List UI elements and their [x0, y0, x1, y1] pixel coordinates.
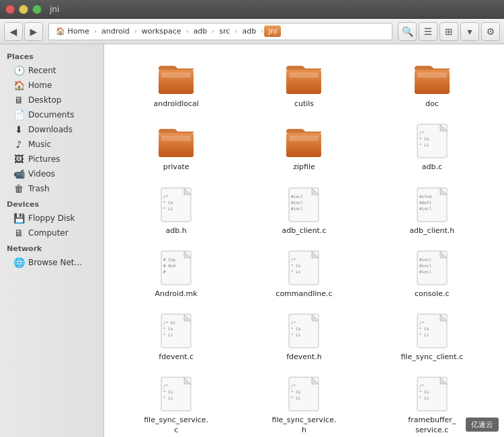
file-item-androidlocal[interactable]: androidlocal — [114, 54, 239, 114]
minimize-button[interactable] — [19, 5, 28, 14]
code-icon: /** Co* Li — [413, 312, 451, 350]
file-item-private[interactable]: private — [114, 117, 239, 177]
file-item-adb-c[interactable]: /** Co* Liadb.c — [370, 117, 495, 177]
svg-text:#incl: #incl — [291, 200, 303, 205]
sidebar-network: 🌐Browse Net... — [0, 255, 103, 270]
svg-text:* Li: * Li — [419, 142, 429, 147]
sidebar-item-browse-net[interactable]: 🌐Browse Net... — [3, 255, 101, 270]
music-icon: ♪ — [13, 139, 24, 150]
sidebar-places: 🕐Recent🏠Home🖥Desktop📄Documents⬇Downloads… — [0, 63, 103, 196]
svg-text:#: # — [163, 269, 166, 274]
close-button[interactable] — [5, 5, 15, 14]
file-label: fdevent.h — [286, 352, 322, 362]
file-item-file-sync-service-c[interactable]: /** Co* Lifile_sync_service.c — [114, 370, 239, 437]
svg-text:* Li: * Li — [291, 269, 301, 274]
file-item-fdevent-c[interactable]: /* ht* Co* Lifdevent.c — [114, 307, 239, 367]
sidebar-item-videos[interactable]: 📹Videos — [3, 166, 101, 181]
file-item-file-sync-service-h[interactable]: /** Co* Lifile_sync_service.h — [241, 370, 366, 437]
breadcrumb-item-android[interactable]: android — [97, 26, 134, 37]
settings-button[interactable]: ⚙ — [481, 22, 500, 41]
sidebar-item-music[interactable]: ♪Music — [3, 137, 101, 152]
back-button[interactable]: ◀ — [4, 22, 23, 41]
svg-text:#defi: #defi — [419, 200, 431, 205]
svg-text:# Cop: # Cop — [163, 257, 175, 262]
breadcrumb-separator: › — [134, 28, 138, 35]
sidebar-item-label: Videos — [28, 169, 55, 179]
file-item-file-sync-client[interactable]: /** Co* Lifile_sync_client.c — [370, 307, 495, 367]
file-item-commandline-c[interactable]: /** Co* Licommandline.c — [241, 244, 366, 304]
svg-text:/*: /* — [163, 383, 169, 388]
svg-text:* Li: * Li — [163, 332, 173, 337]
svg-rect-3 — [289, 72, 319, 78]
sidebar-item-trash[interactable]: 🗑Trash — [3, 181, 101, 196]
folder-icon — [413, 59, 451, 97]
code-icon: #incl#incl#incl — [285, 186, 323, 224]
svg-text:/*: /* — [291, 257, 296, 262]
maximize-button[interactable] — [32, 5, 42, 14]
code-icon: # Cop# And# — [157, 249, 195, 287]
sidebar-item-computer[interactable]: 🖥Computer — [3, 226, 101, 240]
nav-buttons: ◀ ▶ — [4, 22, 43, 41]
view-list-button[interactable]: ☰ — [419, 22, 437, 41]
file-item-console-c[interactable]: #incl#incl#inclconsole.c — [370, 244, 495, 304]
sidebar-item-pictures[interactable]: 🖼Pictures — [3, 152, 101, 166]
sidebar-item-label: Pictures — [28, 154, 60, 164]
file-item-fdevent-h[interactable]: /** Co* Lifdevent.h — [241, 307, 366, 367]
view-toggle-button[interactable]: ▾ — [460, 22, 479, 41]
toolbar: ◀ ▶ 🏠 Home›android›workspace›adb›src›adb… — [0, 19, 504, 44]
folder-icon — [285, 59, 323, 97]
search-button[interactable]: 🔍 — [398, 22, 417, 41]
svg-rect-9 — [289, 136, 319, 141]
breadcrumb-item-adb[interactable]: adb — [190, 26, 212, 37]
file-item-cutils[interactable]: cutils — [241, 54, 366, 114]
file-item-zipfile[interactable]: zipfile — [241, 117, 366, 177]
code-icon: /** Co* Li — [285, 312, 323, 350]
sidebar-item-desktop[interactable]: 🖥Desktop — [3, 93, 101, 107]
code-icon: /** Co* Li — [285, 249, 323, 287]
file-item-adb-client-c[interactable]: #incl#incl#incladb_client.c — [241, 181, 366, 241]
code-icon: /** Co* Li — [157, 186, 195, 224]
code-icon: /** Co* Li — [285, 375, 323, 413]
svg-text:#incl: #incl — [419, 257, 431, 262]
sidebar-item-home[interactable]: 🏠Home — [3, 78, 101, 93]
sidebar-item-floppy[interactable]: 💾Floppy Disk — [3, 211, 101, 226]
folder-icon — [157, 122, 195, 160]
sidebar-item-label: Music — [28, 140, 51, 149]
breadcrumb-item-src[interactable]: src — [215, 26, 234, 37]
svg-text:* Li: * Li — [419, 395, 429, 400]
svg-text:#incl: #incl — [419, 269, 431, 274]
file-item-android-mk[interactable]: # Cop# And#Android.mk — [114, 244, 239, 304]
file-item-doc[interactable]: doc — [370, 54, 495, 114]
browse-net-icon: 🌐 — [13, 257, 24, 268]
svg-text:* Co: * Co — [163, 200, 173, 205]
devices-section-label: Devices — [0, 196, 103, 211]
sidebar-item-downloads[interactable]: ⬇Downloads — [3, 122, 101, 137]
breadcrumb-item-workspace[interactable]: workspace — [138, 26, 185, 37]
breadcrumb-item-home[interactable]: 🏠 Home — [52, 26, 93, 37]
sidebar-item-documents[interactable]: 📄Documents — [3, 107, 101, 122]
file-label: adb.c — [422, 162, 442, 172]
svg-text:* Li: * Li — [163, 206, 173, 211]
folder-icon — [285, 122, 323, 160]
view-grid-button[interactable]: ⊞ — [439, 22, 458, 41]
file-label: androidlocal — [153, 99, 198, 109]
network-section-label: Network — [0, 240, 103, 255]
breadcrumb-item-adb2[interactable]: adb — [238, 26, 260, 37]
sidebar-item-recent[interactable]: 🕐Recent — [3, 63, 101, 78]
recent-icon: 🕐 — [13, 65, 24, 76]
svg-text:#incl: #incl — [419, 263, 431, 268]
forward-button[interactable]: ▶ — [24, 22, 43, 41]
svg-rect-7 — [161, 136, 191, 141]
svg-text:/*: /* — [419, 130, 425, 135]
sidebar-item-label: Floppy Disk — [28, 213, 75, 223]
svg-text:* Li: * Li — [291, 332, 301, 337]
sidebar-item-label: Computer — [28, 228, 69, 238]
breadcrumb-item-jni[interactable]: jni — [264, 26, 281, 37]
computer-icon: 🖥 — [13, 228, 24, 238]
file-item-adb-client-h[interactable]: #ifnd#defi#incladb_client.h — [370, 181, 495, 241]
svg-text:* Co: * Co — [419, 389, 429, 394]
file-label: adb_client.h — [409, 226, 454, 236]
file-item-adb-h[interactable]: /** Co* Liadb.h — [114, 181, 239, 241]
file-label: zipfile — [293, 162, 315, 172]
sidebar-item-label: Recent — [28, 66, 56, 75]
